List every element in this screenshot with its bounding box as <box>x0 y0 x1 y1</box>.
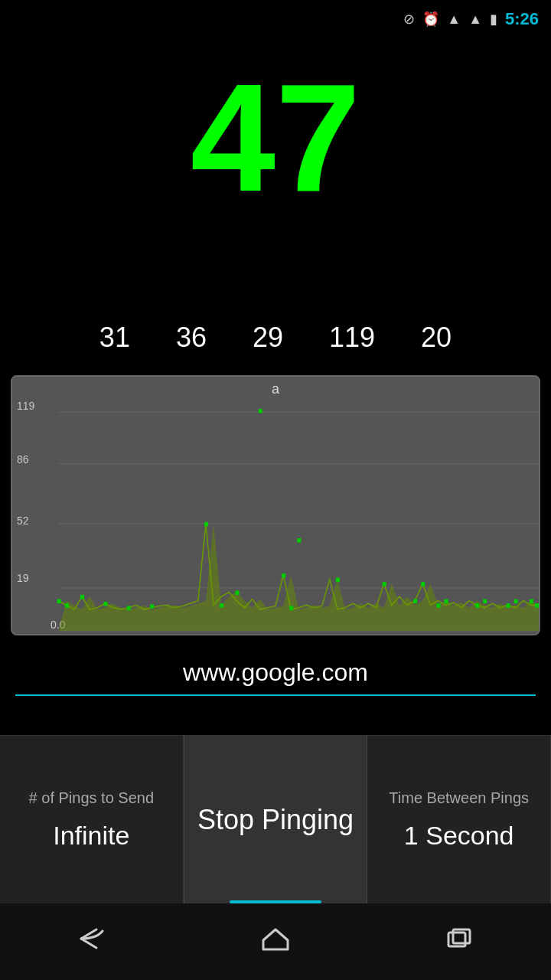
svg-rect-14 <box>235 590 239 595</box>
alarm-icon: ⏰ <box>422 11 439 28</box>
chart-svg <box>12 395 539 635</box>
back-button[interactable] <box>73 925 110 959</box>
svg-rect-7 <box>65 603 69 608</box>
nav-bar <box>0 903 551 980</box>
url-input[interactable] <box>15 651 536 696</box>
stat-5: 20 <box>421 322 452 354</box>
ping-chart: a 119 86 52 19 0.0 <box>11 375 540 635</box>
status-time: 5:26 <box>505 9 539 29</box>
stat-1: 31 <box>99 322 130 354</box>
home-button[interactable] <box>257 925 294 959</box>
time-value: 1 Second <box>404 821 514 851</box>
svg-rect-21 <box>413 599 417 604</box>
svg-rect-20 <box>383 582 386 586</box>
svg-rect-11 <box>150 604 154 609</box>
sim-icon: ⊘ <box>403 11 415 28</box>
svg-rect-25 <box>475 603 479 608</box>
svg-rect-22 <box>421 582 425 586</box>
svg-rect-10 <box>127 606 131 611</box>
svg-rect-26 <box>483 599 487 604</box>
stop-pinging-panel[interactable]: Stop Pinging <box>184 735 368 903</box>
svg-rect-15 <box>259 409 262 413</box>
stat-2: 36 <box>176 322 207 354</box>
svg-rect-9 <box>103 602 107 606</box>
svg-rect-23 <box>436 603 440 608</box>
svg-rect-12 <box>204 522 208 527</box>
stat-3: 29 <box>253 322 283 354</box>
pings-panel[interactable]: # of Pings to Send Infinite <box>0 735 184 903</box>
svg-rect-13 <box>220 603 223 608</box>
time-panel[interactable]: Time Between Pings 1 Second <box>367 735 551 903</box>
stop-pinging-button[interactable]: Stop Pinging <box>197 804 354 836</box>
ping-stats-row: 31 36 29 119 20 <box>0 322 551 354</box>
status-bar: ⊘ ⏰ ▲ ▲ ▮ 5:26 <box>0 0 551 38</box>
svg-rect-6 <box>57 599 61 604</box>
pings-value: Infinite <box>53 821 129 851</box>
svg-rect-16 <box>282 573 285 578</box>
svg-rect-17 <box>289 606 293 611</box>
pings-label: # of Pings to Send <box>29 789 154 807</box>
url-section[interactable] <box>0 651 551 696</box>
svg-rect-18 <box>297 538 301 543</box>
chart-label: a <box>12 381 539 397</box>
svg-rect-27 <box>507 603 510 608</box>
ping-current-value: 47 <box>0 61 551 214</box>
svg-rect-30 <box>535 603 539 608</box>
svg-rect-24 <box>445 599 448 604</box>
svg-rect-19 <box>336 578 340 583</box>
wifi-icon: ▲ <box>447 11 461 28</box>
battery-icon: ▮ <box>490 11 497 28</box>
recents-button[interactable] <box>441 925 478 959</box>
signal-icon: ▲ <box>468 11 482 28</box>
svg-rect-28 <box>514 599 518 604</box>
stat-4: 119 <box>329 322 375 354</box>
time-label: Time Between Pings <box>389 789 529 807</box>
bottom-controls: # of Pings to Send Infinite Stop Pinging… <box>0 735 551 903</box>
svg-rect-29 <box>530 599 533 604</box>
svg-rect-8 <box>80 595 84 599</box>
